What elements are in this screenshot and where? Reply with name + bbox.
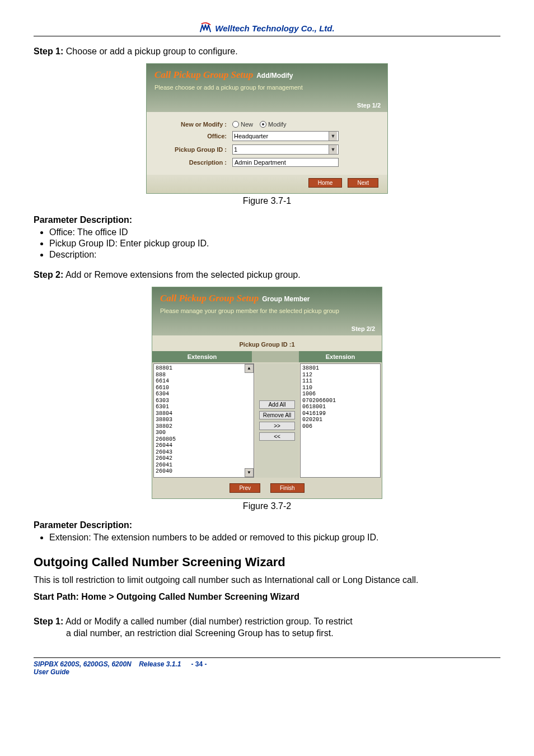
page-header: Welltech Technology Co., Ltd. — [34, 22, 500, 36]
fig2-step-badge: Step 2/2 — [352, 325, 375, 332]
list-item: Pickup Group ID: Enter pickup group ID. — [49, 239, 500, 249]
footer-product: SIPPBX 6200S, 6200GS, 6200N — [34, 660, 132, 668]
prev-button[interactable]: Prev — [229, 483, 260, 493]
fig1-title-left: Call Pickup Group Setup — [154, 69, 253, 81]
fig1-step-badge: Step 1/2 — [357, 102, 381, 109]
chevron-down-icon: ▼ — [329, 145, 337, 154]
add-all-button[interactable]: Add All — [259, 400, 295, 409]
office-value: Headquarter — [234, 133, 268, 139]
list-item: Office: The office ID — [49, 227, 500, 237]
footer-release: Release 3.1.1 — [139, 660, 181, 668]
right-list-content: 38801 112 111 110 1006 0702066001 061800… — [302, 365, 378, 430]
radio-new[interactable]: New — [232, 121, 253, 128]
columns-header: Extension Extension — [152, 351, 382, 362]
radio-modify[interactable]: Modify — [260, 121, 286, 128]
step1b-text: Step 1: Add or Modify a called number (d… — [34, 615, 500, 640]
section-body: This is toll restriction to limit outgoi… — [34, 574, 500, 586]
office-select[interactable]: Headquarter ▼ — [232, 131, 339, 141]
move-left-button[interactable]: << — [259, 432, 295, 441]
fig2-title-right: Group Member — [262, 295, 310, 303]
step1-body: Choose or add a pickup group to configur… — [63, 46, 237, 56]
label-pickup-group-id: Pickup Group ID : — [157, 146, 232, 153]
chevron-down-icon: ▼ — [329, 132, 337, 141]
fig1-panel: Call Pickup Group Setup Add/Modify Pleas… — [146, 63, 388, 194]
transfer-buttons: Add All Remove All >> << — [255, 363, 299, 478]
col-header-mid — [252, 351, 299, 362]
step1b-line2: a dial number, an restriction dial Scree… — [66, 628, 334, 638]
fig1-header: Call Pickup Group Setup Add/Modify Pleas… — [147, 64, 387, 112]
param-desc-2-list: Extension: The extension numbers to be a… — [49, 533, 500, 543]
finish-button[interactable]: Finish — [270, 483, 305, 493]
fig2-panel: Call Pickup Group Setup Group Member Ple… — [152, 287, 382, 499]
fig2-subtitle: Please manage your group member for the … — [160, 307, 339, 314]
page-footer: SIPPBX 6200S, 6200GS, 6200N Release 3.1.… — [34, 657, 500, 676]
next-button[interactable]: Next — [348, 178, 378, 188]
move-right-button[interactable]: >> — [259, 422, 295, 430]
step1-text: Step 1: Choose or add a pickup group to … — [34, 46, 500, 57]
col-header-right: Extension — [299, 351, 382, 362]
label-new-or-modify: New or Modify : — [157, 121, 232, 128]
fig1-caption: Figure 3.7-1 — [34, 196, 500, 206]
footer-guide: User Guide — [34, 668, 69, 676]
pickup-group-id-select[interactable]: 1 ▼ — [232, 144, 339, 155]
list-item: Extension: The extension numbers to be a… — [49, 533, 500, 543]
step1b-prefix: Step 1: — [34, 617, 63, 626]
scroll-down-icon[interactable]: ▼ — [245, 468, 254, 477]
section-heading: Outgoing Called Number Screening Wizard — [34, 555, 500, 570]
step2-text: Step 2: Add or Remove extensions from th… — [34, 270, 500, 280]
param-desc-1-heading: Parameter Description: — [34, 215, 500, 225]
radio-dot-icon — [232, 121, 239, 128]
pickup-group-id-value: 1 — [234, 146, 237, 153]
step1b-line1: Add or Modify a called number (dial numb… — [63, 617, 352, 626]
fig2-header: Call Pickup Group Setup Group Member Ple… — [152, 287, 382, 335]
start-path: Start Path: Home > Outgoing Called Numbe… — [34, 592, 500, 602]
radio-dot-checked-icon — [260, 121, 266, 128]
home-button[interactable]: Home — [308, 178, 343, 188]
left-list-content: 88801 888 6614 6610 6304 6303 6301 38804… — [156, 365, 252, 475]
step2-body: Add or Remove extensions from the select… — [63, 270, 300, 279]
left-listbox[interactable]: ▲ 88801 888 6614 6610 6304 6303 6301 388… — [153, 363, 254, 478]
fig2-title-left: Call Pickup Group Setup — [160, 293, 259, 304]
label-office: Office: — [157, 133, 232, 139]
fig2-caption: Figure 3.7-2 — [34, 501, 500, 511]
radio-new-label: New — [241, 121, 253, 128]
label-description: Description : — [157, 159, 232, 166]
fig1-subtitle: Please choose or add a pickup group for … — [154, 84, 303, 91]
logo-icon — [199, 22, 212, 34]
company-name: Welltech Technology Co., Ltd. — [215, 24, 334, 33]
param-desc-1-list: Office: The office ID Pickup Group ID: E… — [49, 227, 500, 260]
radio-modify-label: Modify — [268, 121, 286, 128]
remove-all-button[interactable]: Remove All — [259, 411, 295, 419]
footer-page: - 34 - — [191, 660, 207, 668]
col-header-left: Extension — [152, 351, 252, 362]
right-listbox[interactable]: 38801 112 111 110 1006 0702066001 061800… — [300, 363, 381, 478]
description-input[interactable] — [232, 158, 339, 167]
step1-prefix: Step 1: — [34, 46, 63, 56]
fig1-title-right: Add/Modify — [256, 72, 293, 80]
pickup-group-id-label: Pickup Group ID :1 — [152, 335, 382, 351]
scroll-up-icon[interactable]: ▲ — [245, 364, 254, 373]
step2-prefix: Step 2: — [34, 270, 63, 279]
list-item: Description: — [49, 250, 500, 260]
param-desc-2-heading: Parameter Description: — [34, 520, 500, 530]
